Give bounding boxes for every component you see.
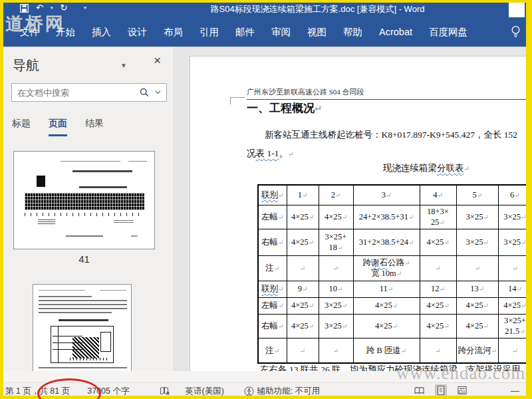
ribbon-tab-5[interactable]: 引用 [200,26,219,39]
table-cell[interactable]: 联别↵ [258,281,287,297]
search-dropdown-icon[interactable] [155,90,161,94]
table-cell[interactable]: 11↵ [353,281,420,297]
table-cell[interactable]: 3×25+21.5↵ [498,314,531,338]
ribbon-tab-6[interactable]: 邮件 [235,26,255,39]
table-cell[interactable]: 3×25↵ [498,229,531,255]
proofing-errors-icon[interactable] [160,386,170,396]
redo-icon[interactable]: ↻ [60,3,67,13]
table-caption: 现浇连续箱梁分联表↵ [383,162,470,174]
table-cell[interactable]: 9↵ [287,281,319,297]
ribbon-tab-10[interactable]: Acrobat [379,27,412,37]
ribbon-tab-11[interactable]: 百度网盘 [429,26,467,39]
table-cell[interactable]: 3×25↵ [498,205,531,229]
table-cell[interactable]: 4×25↵ [319,205,353,229]
table-cell[interactable]: 4×25↵ [456,314,498,338]
table-row: 右幅↵4×25↵3×25+18↵31+2×38.5+24↵4×25↵3×25↵3… [258,229,532,255]
table-cell[interactable]: 4↵ [420,185,456,205]
table-cell[interactable]: 注↵ [258,338,287,363]
ribbon-tab-9[interactable]: 帮助 [343,26,362,39]
table-cell[interactable]: 5↵ [456,185,498,205]
table-cell[interactable]: 跨 B 匝道↵ [353,338,420,363]
end-of-cell-mark: ↵ [278,239,283,246]
end-of-cell-mark: ↵ [514,192,519,199]
table-cell[interactable]: 13↵ [456,281,498,297]
document-page[interactable]: 广州东沙至新联高速公路 S04 合同段 一、工程概况↵ 新客站互通主线桥起讫桩号… [190,56,532,371]
table-cell[interactable]: ↵ [287,338,319,363]
language-indicator[interactable]: 英语(美国) [185,386,223,397]
zoom-out-button[interactable]: — [511,386,519,396]
table-cell[interactable]: 左幅↵ [258,205,287,229]
table-cell[interactable]: 联别↵ [258,185,287,205]
table-cell[interactable]: 跨分流河↵ [456,338,498,363]
table-cell[interactable]: 10↵ [319,281,353,297]
table-cell[interactable]: 31+2×38.5+24↵ [353,229,420,255]
table-cell[interactable]: 18+3×25↵ [420,205,456,229]
table-cell[interactable]: 注↵ [258,255,287,281]
table-cell[interactable]: 14↵ [498,281,531,297]
table-cell[interactable]: 24+2×38.5+31↵ [353,205,420,229]
table-cell[interactable]: ↵ [319,255,353,281]
page-thumbnail-next[interactable] [33,284,132,371]
table-cell[interactable]: ↵ [319,338,353,363]
table-cell[interactable]: 3×25↵ [319,297,353,314]
ribbon-tab-4[interactable]: 布局 [164,26,183,39]
end-of-cell-mark: ↵ [483,239,488,246]
save-icon[interactable] [20,4,29,13]
end-of-cell-mark: ↵ [274,265,279,272]
qat-customize-icon[interactable]: ▾ [84,3,86,13]
read-mode-icon[interactable] [412,385,426,396]
nav-pane-close-icon[interactable]: × [154,53,161,68]
end-of-cell-mark: ↵ [274,347,279,354]
table-cell[interactable]: 3↵ [353,185,420,205]
table-cell[interactable]: 4×25↵ [420,229,456,255]
table-cell[interactable]: 6↵ [498,185,531,205]
table-cell[interactable]: ↵ [456,255,498,281]
table-cell[interactable]: 12↵ [420,281,456,297]
lightbulb-icon[interactable] [510,25,521,39]
ribbon-tab-3[interactable]: 设计 [128,26,147,39]
nav-pane-dropdown-icon[interactable]: ▼ [120,62,127,69]
table-cell[interactable]: 3×25↵ [319,314,353,338]
table-cell[interactable]: 4×25↵ [287,229,319,255]
page-thumbnail-41[interactable] [13,151,155,249]
table-cell[interactable]: 4×25↵ [498,297,531,314]
nav-tab-results[interactable]: 结果 [85,118,104,136]
ribbon-tab-8[interactable]: 视图 [307,26,327,39]
header-margin-marker [230,97,245,104]
nav-tab-pages[interactable]: 页面 [49,118,67,136]
accessibility-status[interactable]: 辅助功能: 不可用 [257,386,320,397]
table-cell[interactable]: 右幅↵ [258,229,287,255]
table-cell[interactable]: 2↵ [319,185,353,205]
ribbon-tab-2[interactable]: 插入 [92,26,111,39]
search-icon[interactable] [140,88,149,97]
table-cell[interactable]: 左幅↵ [258,297,287,314]
table-cell[interactable]: 4×25↵ [287,314,319,338]
window-title: 路S04标段现浇连续箱梁施工方案.doc [兼容模式] - Word [133,3,502,15]
table-cell[interactable]: ↵ [287,255,319,281]
table-cell[interactable]: 右幅↵ [258,314,287,338]
ribbon-tab-7[interactable]: 审阅 [271,26,291,39]
nav-tab-headings[interactable]: 标题 [12,118,31,136]
end-of-cell-mark: ↵ [342,213,347,221]
table-cell[interactable]: 3×25↵ [456,205,498,229]
undo-icon[interactable]: ↶ [36,3,43,13]
table-cell[interactable]: 4×25↵ [353,314,420,338]
table-cell[interactable]: 4×25↵ [287,205,319,229]
table-cell[interactable]: ↵ [420,255,456,281]
search-input[interactable] [12,88,140,98]
table-cell[interactable]: ↵ [498,255,531,281]
table-cell[interactable]: 4×25↵ [456,297,498,314]
table-cell[interactable]: ↵ [498,338,531,363]
table-cell[interactable]: 3×25+18↵ [319,229,353,255]
table-cell[interactable]: 3×25↵ [456,229,498,255]
table-cell[interactable]: 1↵ [287,185,319,205]
undo-dropdown-icon[interactable]: ▾ [51,3,53,13]
table-cell[interactable]: 4×25↵ [420,297,456,314]
table-cell[interactable]: ↵ [420,338,456,363]
table-cell[interactable]: 4×25↵ [420,314,456,338]
table-cell[interactable]: 4×25↵ [287,297,319,314]
print-layout-icon[interactable] [435,384,447,396]
table-cell[interactable]: 4×25↵ [353,297,420,314]
table-cell[interactable]: 跨谢石公路↵宽 10m↵ [353,255,420,281]
web-layout-icon[interactable] [456,384,469,396]
